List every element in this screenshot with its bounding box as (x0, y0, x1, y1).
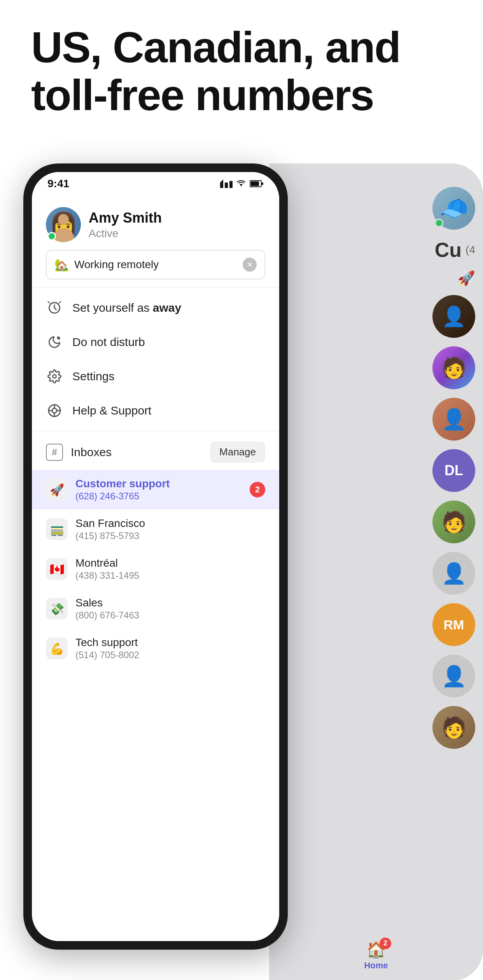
inbox-item-montreal[interactable]: 🇨🇦 Montréal (438) 331-1495 (32, 549, 279, 589)
clock-icon (46, 299, 63, 316)
menu-help-label: Help & Support (72, 404, 151, 417)
divider-1 (32, 287, 279, 288)
sidebar-avatar-6: 🧑 (432, 501, 475, 543)
inbox-info-montreal: Montréal (438) 331-1495 (75, 557, 265, 581)
status-time: 9:41 (47, 177, 69, 190)
inbox-name-montreal: Montréal (75, 557, 265, 569)
menu-item-help[interactable]: Help & Support (32, 393, 279, 428)
inbox-item-tech-support[interactable]: 💪 Tech support (514) 705-8002 (32, 629, 279, 668)
svg-point-8 (53, 375, 56, 378)
svg-rect-5 (262, 183, 263, 185)
sidebar-avatar-5: DL (432, 449, 475, 492)
status-emoji: 🏡 (54, 258, 69, 272)
home-nav-item[interactable]: 🏠 2 Home (364, 941, 388, 971)
manage-button[interactable]: Manage (210, 441, 265, 463)
menu-item-dnd[interactable]: Do not disturb (32, 325, 279, 359)
svg-marker-1 (225, 183, 228, 188)
inbox-emoji-sales: 💸 (46, 598, 68, 620)
inbox-badge-customer-support: 2 (250, 482, 265, 497)
inbox-item-sales[interactable]: 💸 Sales (800) 676-7463 (32, 589, 279, 629)
signal-icon (220, 179, 233, 188)
sidebar-avatar-1: 🧢 (432, 187, 475, 230)
svg-rect-4 (250, 181, 259, 186)
inbox-number-montreal: (438) 331-1495 (75, 570, 265, 581)
inboxes-label: Inboxes (71, 446, 202, 459)
status-input[interactable]: 🏡 Working remotely ✕ (46, 250, 265, 279)
user-name: Amy Smith (89, 209, 265, 226)
help-icon (46, 402, 63, 419)
user-profile[interactable]: 👩 Amy Smith Active (32, 195, 279, 250)
inbox-info-customer-support: Customer support (628) 246-3765 (75, 478, 242, 502)
inbox-item-customer-support[interactable]: 🚀 Customer support (628) 246-3765 2 (32, 470, 279, 509)
sidebar-avatar-7: 👤 (432, 552, 475, 595)
status-bar: 9:41 (32, 172, 279, 195)
inbox-name-tech-support: Tech support (75, 636, 265, 649)
inbox-number-sales: (800) 676-7463 (75, 610, 265, 621)
user-info: Amy Smith Active (89, 209, 265, 239)
page-title: US, Canadian, and toll-free numbers (31, 23, 452, 119)
page-header: US, Canadian, and toll-free numbers (31, 23, 452, 119)
user-status-label: Active (89, 227, 265, 240)
status-clear-button[interactable]: ✕ (243, 258, 257, 272)
menu-item-settings[interactable]: Settings (32, 359, 279, 393)
svg-marker-2 (229, 181, 233, 188)
sidebar-avatar-4: 👤 (432, 398, 475, 441)
inbox-name-sales: Sales (75, 597, 265, 609)
inbox-info-sales: Sales (800) 676-7463 (75, 597, 265, 621)
bottom-nav[interactable]: 🏠 2 Home (269, 930, 483, 980)
sidebar-customer-label: Cu (435, 238, 462, 262)
home-badge: 2 (380, 938, 391, 949)
inbox-number-customer-support: (628) 246-3765 (75, 491, 242, 502)
avatar-container: 👩 (46, 207, 81, 242)
inbox-emoji-customer-support: 🚀 (46, 479, 68, 501)
home-label: Home (364, 961, 388, 971)
battery-icon (250, 180, 264, 188)
sidebar-avatar-10: 🧑 (432, 706, 475, 749)
sidebar-avatar-3: 🧑 (432, 346, 475, 389)
divider-2 (32, 431, 279, 431)
menu-settings-label: Settings (72, 370, 114, 383)
inbox-item-san-francisco[interactable]: 🚃 San Francisco (415) 875-5793 (32, 509, 279, 549)
sidebar-avatar-2: 👤 (432, 295, 475, 338)
online-status-dot (47, 232, 56, 241)
gear-icon (46, 368, 63, 385)
svg-point-10 (52, 408, 57, 413)
wifi-icon (236, 179, 247, 188)
inbox-number-tech-support: (514) 705-8002 (75, 650, 265, 660)
inbox-number-san-francisco: (415) 875-5793 (75, 530, 265, 541)
inbox-name-customer-support: Customer support (75, 478, 242, 490)
sidebar-avatar-8: RM (432, 603, 475, 646)
menu-away-label: Set yourself as away (72, 301, 181, 314)
inboxes-section-header: # Inboxes Manage (32, 434, 279, 470)
menu-dnd-label: Do not disturb (72, 335, 145, 349)
phone-frame: 9:41 (23, 163, 288, 950)
home-icon-container: 🏠 2 (366, 941, 386, 959)
inbox-emoji-montreal: 🇨🇦 (46, 558, 68, 580)
moon-icon (46, 334, 63, 351)
sidebar-avatar-9: 👤 (432, 655, 475, 697)
inbox-name-san-francisco: San Francisco (75, 517, 265, 530)
inbox-emoji-tech-support: 💪 (46, 638, 68, 659)
sidebar-rocket-item: 🚀 (458, 270, 475, 286)
inbox-info-san-francisco: San Francisco (415) 875-5793 (75, 517, 265, 541)
inbox-emoji-san-francisco: 🚃 (46, 518, 68, 540)
inbox-info-tech-support: Tech support (514) 705-8002 (75, 636, 265, 660)
inboxes-icon: # (46, 444, 63, 461)
status-icons (220, 179, 264, 188)
status-message: Working remotely (74, 258, 237, 271)
svg-marker-0 (220, 179, 223, 188)
menu-item-away[interactable]: Set yourself as away (32, 291, 279, 325)
sidebar-inbox-count: (4 (466, 244, 475, 256)
